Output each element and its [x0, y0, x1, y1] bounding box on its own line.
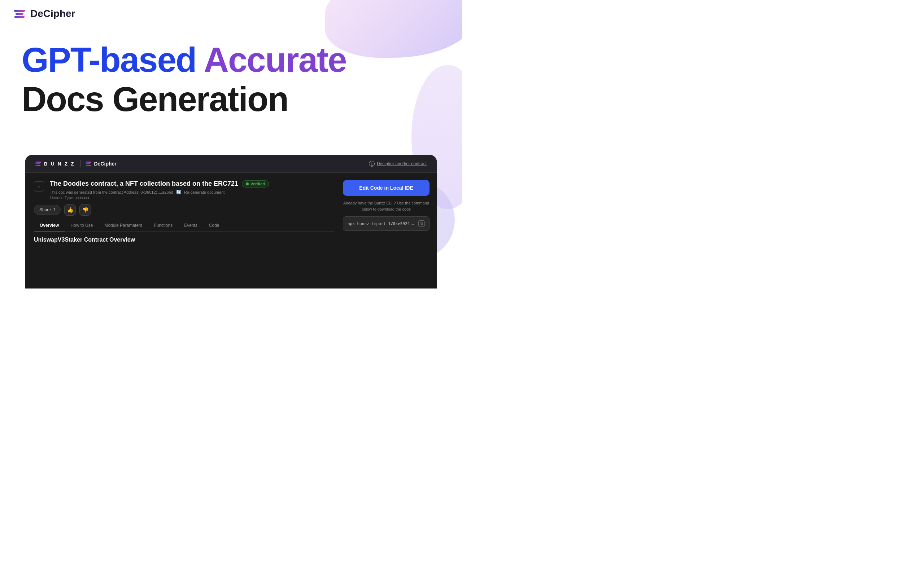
tab-module-params[interactable]: Module Paramaters	[99, 220, 148, 232]
regenerate-icon: 🔄	[176, 190, 181, 194]
action-row: Share ⤴ 👍 👎	[34, 204, 334, 216]
tab-how-to-use[interactable]: How to Use	[65, 220, 99, 232]
bunzz-bar-3	[36, 165, 40, 166]
edit-code-button[interactable]: Edit Code in Local IDE	[343, 180, 430, 196]
tab-overview[interactable]: Overview	[34, 220, 65, 232]
decipher-another-label: Decipher another contract	[377, 161, 426, 166]
decipher-nav-label: DeCipher	[94, 161, 116, 167]
tab-events[interactable]: Events	[178, 220, 203, 232]
hero-purple-text: Accurate	[196, 40, 346, 79]
plus-circle-icon: +	[369, 161, 375, 167]
logo-area: DeCipher	[13, 7, 75, 20]
thumbup-button[interactable]: 👍	[64, 204, 76, 216]
app-right-panel: Edit Code in Local IDE Already have the …	[343, 173, 437, 288]
nav-separator	[80, 160, 81, 167]
hero-section: GPT-based Accurate Docs Generation	[0, 27, 462, 125]
app-nav-left: B U N Z Z DeCipher	[36, 160, 116, 167]
thumbdown-icon: 👎	[82, 207, 89, 213]
verified-label: Verified	[250, 182, 265, 186]
decipher-bar-2	[86, 163, 90, 164]
tab-module-params-label: Module Paramaters	[104, 223, 142, 228]
cli-hint-text: Already have the Bunzz CLI ? Use the com…	[343, 200, 430, 212]
tabs-row: Overview How to Use Module Paramaters Fu…	[34, 220, 334, 232]
app-navbar: B U N Z Z DeCipher + Decipher another co…	[25, 155, 437, 173]
verified-dot	[246, 182, 249, 185]
contract-header: ‹ The Doodles contract, a NFT collection…	[34, 180, 334, 200]
app-card: B U N Z Z DeCipher + Decipher another co…	[25, 155, 437, 288]
logo-bar-2	[16, 13, 23, 15]
tab-code-label: Code	[209, 223, 220, 228]
app-title: DeCipher	[30, 8, 75, 19]
share-button[interactable]: Share ⤴	[34, 205, 61, 215]
hero-line1: GPT-based Accurate	[22, 42, 444, 78]
hero-blue-text: GPT-based	[22, 40, 196, 79]
bunzz-logo-icon	[36, 161, 41, 166]
thumbup-icon: 👍	[67, 207, 73, 213]
license-meta: License Type: xxxxxxx	[50, 195, 334, 200]
logo-bar-3	[15, 16, 24, 18]
section-heading: UniswapV3Staker Contract Overview	[34, 237, 334, 243]
cli-command-text: npx bunzz import 1/0xe5924...	[347, 221, 415, 226]
thumbdown-button[interactable]: 👎	[79, 204, 91, 216]
cli-command-box: npx bunzz import 1/0xe5924... ⧉	[343, 216, 430, 231]
regenerate-btn[interactable]: Re-generate document	[184, 190, 225, 194]
logo-icon	[13, 7, 26, 20]
bunzz-bar-2	[36, 163, 40, 164]
decipher-brand: DeCipher	[86, 161, 116, 167]
tab-functions[interactable]: Functions	[148, 220, 178, 232]
license-value: xxxxxxx	[76, 195, 89, 200]
decipher-logo-icon	[86, 161, 91, 166]
header: DeCipher	[0, 0, 462, 27]
decipher-bar-3	[86, 165, 90, 166]
bunzz-label: B U N Z Z	[44, 161, 75, 167]
hero-line2: Docs Generation	[22, 81, 444, 118]
logo-bar-1	[14, 10, 25, 12]
tab-code[interactable]: Code	[203, 220, 225, 232]
contract-title-area: The Doodles contract, a NFT collection b…	[50, 180, 334, 200]
verified-badge: Verified	[242, 180, 269, 187]
share-label: Share	[39, 207, 51, 213]
back-button[interactable]: ‹	[34, 181, 44, 192]
app-content: ‹ The Doodles contract, a NFT collection…	[25, 173, 437, 288]
tab-how-to-use-label: How to Use	[70, 223, 93, 228]
tab-overview-label: Overview	[40, 223, 59, 228]
tab-functions-label: Functions	[154, 223, 173, 228]
license-label: License Type:	[50, 195, 74, 200]
contract-title-text: The Doodles contract, a NFT collection b…	[50, 180, 238, 187]
bunzz-bar-1	[36, 161, 41, 163]
contract-title: The Doodles contract, a NFT collection b…	[50, 180, 334, 187]
tab-events-label: Events	[184, 223, 197, 228]
app-main: ‹ The Doodles contract, a NFT collection…	[25, 173, 343, 288]
hero-title: GPT-based Accurate Docs Generation	[22, 42, 444, 118]
contract-address-text: This doc was generated from the contract…	[50, 190, 173, 194]
bunzz-brand: B U N Z Z	[36, 161, 75, 167]
copy-button[interactable]: ⧉	[418, 220, 425, 227]
contract-meta: This doc was generated from the contract…	[50, 190, 334, 194]
decipher-bar-1	[86, 161, 91, 163]
share-icon: ⤴	[53, 207, 55, 213]
decipher-another-btn[interactable]: + Decipher another contract	[369, 161, 426, 167]
